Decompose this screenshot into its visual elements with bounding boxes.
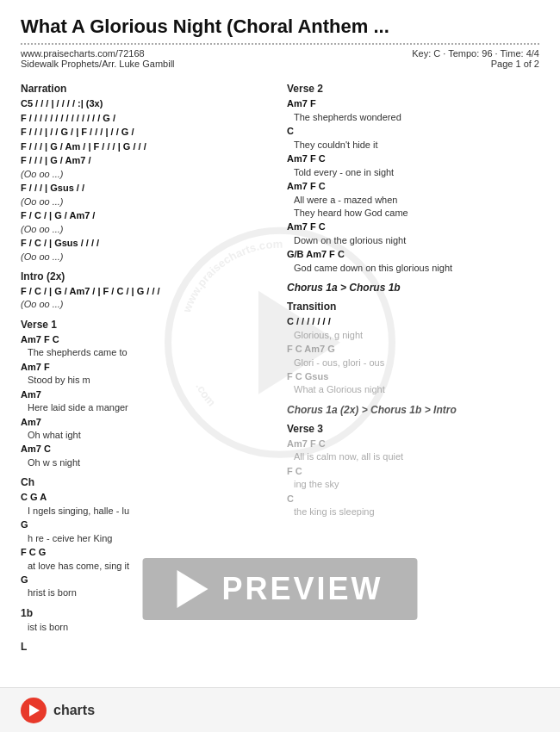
section-chorus-2x-link: Chorus 1a (2x) > Chorus 1b > Intro [287,404,539,416]
preview-text: PREVIEW [221,571,383,607]
preview-play-icon [177,570,208,608]
meta-right: Key: C · Tempo: 96 · Time: 4/4 Page 1 of… [412,48,539,69]
meta-left: www.praisecharts.com/72168 Sidewalk Prop… [21,48,175,69]
footer: charts [0,687,560,732]
section-intro: Intro (2x) [21,270,273,282]
preview-box: PREVIEW [142,558,417,620]
page-number: Page 1 of 2 [491,59,539,69]
meta-row: www.praisecharts.com/72168 Sidewalk Prop… [21,48,539,69]
song-time: Time: 4/4 [501,48,539,59]
section-verse2: Verse 2 [287,83,539,95]
song-artist: Sidewalk Prophets/Arr. Luke Gambill [21,59,175,69]
header-divider [21,43,539,45]
section-narration: Narration [21,83,273,95]
page-title: What A Glorious Night (Choral Anthem ... [21,16,539,38]
section-chorus-left: Ch [21,476,273,488]
song-tempo: Tempo: 96 [448,48,492,59]
section-l: L [21,641,273,653]
footer-logo[interactable] [21,698,47,723]
song-key: Key: C [412,48,440,59]
song-url: www.praisecharts.com/72168 [21,48,145,59]
footer-brand: charts [53,703,95,718]
section-verse1: Verse 1 [21,319,273,331]
section-chorus-link: Chorus 1a > Chorus 1b [287,282,539,294]
footer-play-icon [29,704,40,716]
section-transition: Transition [287,301,539,313]
section-verse3: Verse 3 [287,423,539,435]
page-header: What A Glorious Night (Choral Anthem ...… [0,0,560,74]
